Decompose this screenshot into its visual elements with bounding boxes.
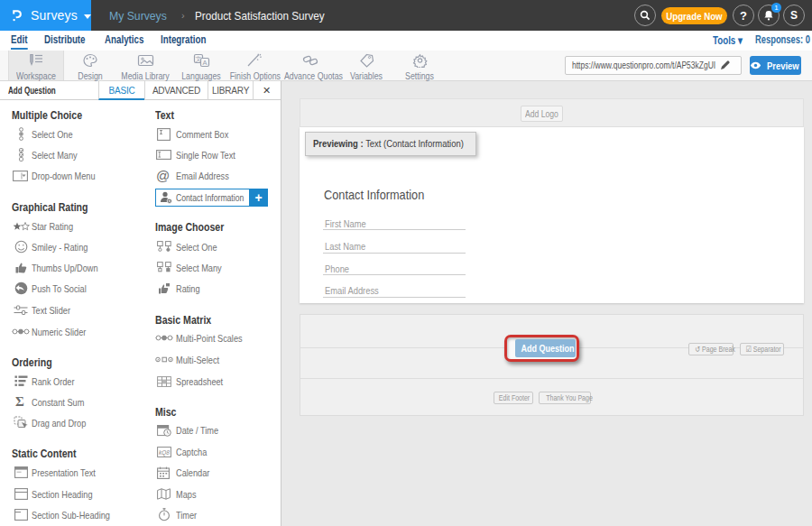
- svg-text:A: A: [202, 59, 207, 67]
- svg-text:kQ8: kQ8: [159, 449, 170, 457]
